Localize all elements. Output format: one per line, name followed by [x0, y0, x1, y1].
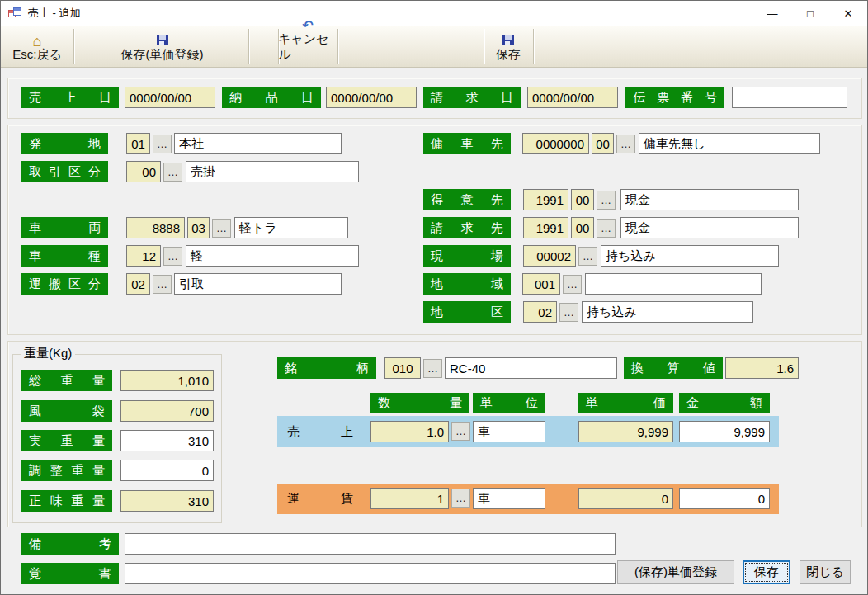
site-label: 現 場 [423, 245, 511, 267]
freight-unit-field[interactable]: 車 [473, 488, 545, 509]
vehicle-code-field[interactable]: 8888 [126, 217, 185, 238]
region-name-field [585, 273, 762, 295]
transport-type-lookup-button[interactable]: … [153, 275, 172, 294]
vehicle-sub-code-field[interactable]: 03 [187, 217, 210, 238]
freight-price-field[interactable]: 0 [578, 488, 673, 509]
conversion-field[interactable]: 1.6 [725, 357, 799, 379]
brand-label: 銘 柄 [277, 357, 376, 379]
customer-code-field[interactable]: 1991 [523, 189, 568, 210]
site-name-field: 持ち込み [601, 245, 779, 267]
slip-number-field[interactable] [732, 87, 847, 108]
gross-weight-field[interactable]: 1,010 [120, 370, 214, 391]
district-code-field[interactable]: 02 [523, 301, 557, 323]
close-button[interactable]: ✕ [829, 1, 867, 26]
weight-group-title: 重量(Kg) [21, 346, 75, 361]
site-code-field[interactable]: 00002 [523, 245, 576, 267]
back-button[interactable]: ⌂ Esc:戻る [1, 27, 73, 65]
bill-to-lookup-button[interactable]: … [597, 219, 616, 238]
unit-column-header: 単 位 [473, 393, 545, 413]
delivery-date-field[interactable]: 0000/00/00 [326, 87, 417, 108]
memo-field[interactable] [125, 563, 616, 584]
gross-weight-label: 総 重 量 [21, 370, 112, 391]
customer-name-field: 現金 [620, 189, 799, 210]
maximize-button[interactable]: □ [791, 1, 829, 26]
vehicle-name-field: 軽トラ [234, 217, 348, 238]
bill-to-code-field[interactable]: 1991 [523, 217, 568, 238]
customer-sub-code-field[interactable]: 00 [571, 189, 594, 210]
sales-price-field[interactable]: 9,999 [578, 421, 673, 442]
departure-name-field: 本社 [174, 133, 342, 154]
minimize-button[interactable]: — [753, 1, 791, 26]
sales-add-window: 売上 - 追加 — □ ✕ ⌂ Esc:戻る 保存(単価登録) ↶ キャンセル … [0, 0, 868, 595]
customer-label: 得 意 先 [423, 189, 511, 210]
app-icon [8, 7, 21, 19]
actual-weight-label: 実 重 量 [21, 430, 112, 451]
cancel-toolbar-button[interactable]: ↶ キャンセル [278, 27, 337, 65]
transaction-type-lookup-button[interactable]: … [163, 163, 182, 182]
sales-qty-field[interactable]: 1.0 [370, 421, 449, 442]
toolbar-separator [248, 29, 249, 64]
freight-row-title: 運 賃 [287, 491, 353, 507]
titlebar: 売上 - 追加 — □ ✕ [1, 1, 867, 26]
freight-unit-lookup-button[interactable]: … [451, 489, 470, 508]
departure-label: 発 地 [21, 133, 108, 154]
bill-to-sub-code-field[interactable]: 00 [571, 217, 594, 238]
price-column-header: 単 価 [578, 393, 673, 413]
save-icon [157, 35, 168, 45]
save-unit-price-toolbar-button[interactable]: 保存(単価登録) [78, 27, 247, 65]
district-label: 地 区 [423, 301, 511, 323]
sales-date-field[interactable]: 0000/00/00 [125, 87, 215, 108]
transaction-type-code-field[interactable]: 00 [126, 161, 161, 182]
departure-lookup-button[interactable]: … [153, 135, 172, 153]
brand-name-field: RC-40 [445, 357, 617, 379]
tare-weight-field[interactable]: 700 [120, 400, 214, 422]
transport-type-code-field[interactable]: 02 [126, 273, 150, 295]
net-weight-field[interactable]: 310 [120, 490, 214, 512]
transaction-type-label: 取 引 区 分 [21, 161, 108, 182]
tare-weight-label: 風 袋 [21, 400, 112, 422]
remarks-field[interactable] [125, 533, 616, 555]
sales-unit-lookup-button[interactable]: … [451, 422, 470, 441]
sales-unit-field[interactable]: 車 [473, 421, 545, 442]
region-label: 地 域 [423, 273, 511, 295]
adjust-weight-label: 調 整 重 量 [21, 460, 112, 481]
transport-type-name-field: 引取 [174, 273, 342, 295]
site-lookup-button[interactable]: … [578, 247, 597, 266]
memo-label: 覚 書 [21, 563, 119, 584]
vehicle-lookup-button[interactable]: … [212, 219, 231, 238]
save-toolbar-button[interactable]: 保存 [484, 27, 532, 65]
transport-type-label: 運 搬 区 分 [21, 273, 108, 295]
window-title: 売上 - 追加 [28, 6, 81, 21]
save-icon [502, 35, 514, 45]
region-code-field[interactable]: 001 [522, 273, 560, 295]
district-lookup-button[interactable]: … [559, 303, 578, 322]
bill-to-name-field: 現金 [620, 217, 799, 238]
save-button[interactable]: 保存 [743, 560, 790, 584]
qty-column-header: 数 量 [370, 393, 469, 413]
hired-carrier-sub-code-field[interactable]: 00 [592, 133, 614, 154]
conversion-label: 換 算 値 [624, 357, 723, 379]
billing-date-field[interactable]: 0000/00/00 [527, 87, 618, 108]
close-form-button[interactable]: 閉じる [800, 560, 851, 584]
hired-carrier-label: 傭 車 先 [423, 133, 511, 154]
customer-lookup-button[interactable]: … [597, 191, 616, 210]
hired-carrier-lookup-button[interactable]: … [616, 135, 635, 153]
home-icon: ⌂ [33, 35, 42, 47]
freight-qty-field[interactable]: 1 [370, 488, 449, 509]
vehicle-class-lookup-button[interactable]: … [163, 247, 182, 266]
net-weight-label: 正 味 重 量 [21, 490, 112, 512]
brand-code-field[interactable]: 010 [384, 357, 421, 379]
save-unit-price-button[interactable]: (保存)単価登録 [617, 560, 734, 584]
delivery-date-label: 納 品 日 [222, 87, 321, 108]
toolbar: ⌂ Esc:戻る 保存(単価登録) ↶ キャンセル 保存 [1, 26, 867, 68]
departure-code-field[interactable]: 01 [126, 133, 150, 154]
brand-lookup-button[interactable]: … [423, 359, 442, 378]
hired-carrier-code-field[interactable]: 0000000 [522, 133, 589, 154]
vehicle-class-code-field[interactable]: 12 [126, 245, 161, 267]
sales-date-label: 売 上 日 [21, 87, 119, 108]
remarks-label: 備 考 [21, 533, 119, 555]
toolbar-separator [337, 29, 338, 64]
region-lookup-button[interactable]: … [563, 275, 582, 294]
sales-amount-field: 9,999 [679, 421, 770, 442]
billing-date-label: 請 求 日 [423, 87, 521, 108]
